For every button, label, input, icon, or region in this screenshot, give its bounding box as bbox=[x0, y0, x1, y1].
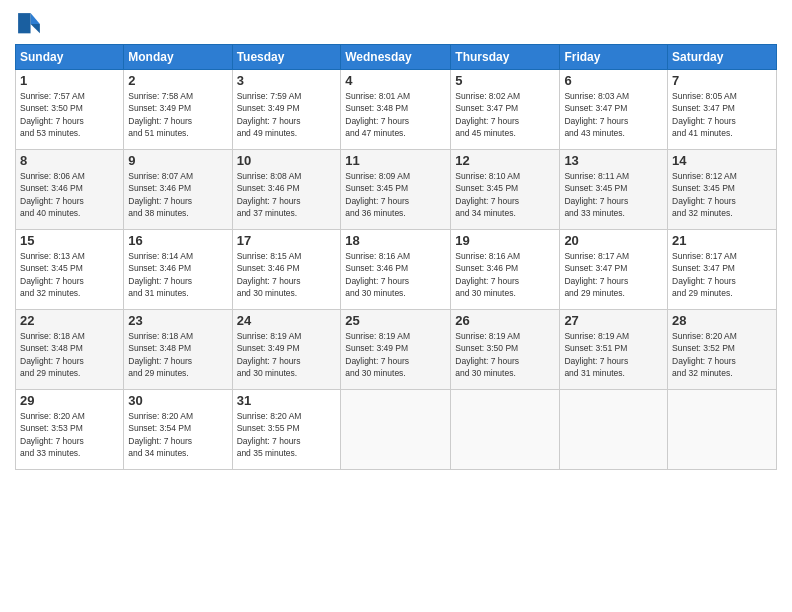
day-number: 20 bbox=[564, 233, 663, 248]
svg-marker-1 bbox=[31, 24, 40, 33]
day-info: Sunrise: 8:18 AM Sunset: 3:48 PM Dayligh… bbox=[20, 330, 119, 379]
calendar-cell: 10Sunrise: 8:08 AM Sunset: 3:46 PM Dayli… bbox=[232, 150, 341, 230]
calendar-cell: 5Sunrise: 8:02 AM Sunset: 3:47 PM Daylig… bbox=[451, 70, 560, 150]
col-wednesday: Wednesday bbox=[341, 45, 451, 70]
calendar-cell: 12Sunrise: 8:10 AM Sunset: 3:45 PM Dayli… bbox=[451, 150, 560, 230]
calendar-cell: 23Sunrise: 8:18 AM Sunset: 3:48 PM Dayli… bbox=[124, 310, 232, 390]
day-number: 27 bbox=[564, 313, 663, 328]
day-info: Sunrise: 8:17 AM Sunset: 3:47 PM Dayligh… bbox=[564, 250, 663, 299]
day-info: Sunrise: 8:03 AM Sunset: 3:47 PM Dayligh… bbox=[564, 90, 663, 139]
col-monday: Monday bbox=[124, 45, 232, 70]
calendar-cell: 3Sunrise: 7:59 AM Sunset: 3:49 PM Daylig… bbox=[232, 70, 341, 150]
day-number: 7 bbox=[672, 73, 772, 88]
col-saturday: Saturday bbox=[668, 45, 777, 70]
calendar-header-row: Sunday Monday Tuesday Wednesday Thursday… bbox=[16, 45, 777, 70]
calendar-cell: 1Sunrise: 7:57 AM Sunset: 3:50 PM Daylig… bbox=[16, 70, 124, 150]
calendar-cell: 2Sunrise: 7:58 AM Sunset: 3:49 PM Daylig… bbox=[124, 70, 232, 150]
calendar-table: Sunday Monday Tuesday Wednesday Thursday… bbox=[15, 44, 777, 470]
calendar-cell: 25Sunrise: 8:19 AM Sunset: 3:49 PM Dayli… bbox=[341, 310, 451, 390]
col-thursday: Thursday bbox=[451, 45, 560, 70]
day-info: Sunrise: 8:15 AM Sunset: 3:46 PM Dayligh… bbox=[237, 250, 337, 299]
calendar-cell: 6Sunrise: 8:03 AM Sunset: 3:47 PM Daylig… bbox=[560, 70, 668, 150]
calendar-cell: 29Sunrise: 8:20 AM Sunset: 3:53 PM Dayli… bbox=[16, 390, 124, 470]
svg-rect-2 bbox=[18, 13, 30, 33]
day-number: 23 bbox=[128, 313, 227, 328]
day-info: Sunrise: 8:18 AM Sunset: 3:48 PM Dayligh… bbox=[128, 330, 227, 379]
calendar-cell: 17Sunrise: 8:15 AM Sunset: 3:46 PM Dayli… bbox=[232, 230, 341, 310]
calendar-cell: 18Sunrise: 8:16 AM Sunset: 3:46 PM Dayli… bbox=[341, 230, 451, 310]
day-number: 15 bbox=[20, 233, 119, 248]
day-number: 9 bbox=[128, 153, 227, 168]
day-number: 1 bbox=[20, 73, 119, 88]
header bbox=[15, 10, 777, 38]
logo bbox=[15, 10, 47, 38]
day-number: 26 bbox=[455, 313, 555, 328]
col-friday: Friday bbox=[560, 45, 668, 70]
calendar-cell: 11Sunrise: 8:09 AM Sunset: 3:45 PM Dayli… bbox=[341, 150, 451, 230]
day-info: Sunrise: 7:59 AM Sunset: 3:49 PM Dayligh… bbox=[237, 90, 337, 139]
day-number: 25 bbox=[345, 313, 446, 328]
day-info: Sunrise: 8:17 AM Sunset: 3:47 PM Dayligh… bbox=[672, 250, 772, 299]
day-info: Sunrise: 8:16 AM Sunset: 3:46 PM Dayligh… bbox=[455, 250, 555, 299]
day-info: Sunrise: 8:05 AM Sunset: 3:47 PM Dayligh… bbox=[672, 90, 772, 139]
day-info: Sunrise: 8:20 AM Sunset: 3:55 PM Dayligh… bbox=[237, 410, 337, 459]
calendar-week-row: 29Sunrise: 8:20 AM Sunset: 3:53 PM Dayli… bbox=[16, 390, 777, 470]
day-number: 12 bbox=[455, 153, 555, 168]
day-info: Sunrise: 8:20 AM Sunset: 3:54 PM Dayligh… bbox=[128, 410, 227, 459]
calendar-cell: 20Sunrise: 8:17 AM Sunset: 3:47 PM Dayli… bbox=[560, 230, 668, 310]
day-number: 21 bbox=[672, 233, 772, 248]
calendar-cell: 21Sunrise: 8:17 AM Sunset: 3:47 PM Dayli… bbox=[668, 230, 777, 310]
day-info: Sunrise: 8:19 AM Sunset: 3:49 PM Dayligh… bbox=[237, 330, 337, 379]
day-info: Sunrise: 8:13 AM Sunset: 3:45 PM Dayligh… bbox=[20, 250, 119, 299]
day-info: Sunrise: 8:10 AM Sunset: 3:45 PM Dayligh… bbox=[455, 170, 555, 219]
svg-marker-0 bbox=[31, 13, 40, 24]
day-info: Sunrise: 7:57 AM Sunset: 3:50 PM Dayligh… bbox=[20, 90, 119, 139]
day-info: Sunrise: 8:19 AM Sunset: 3:49 PM Dayligh… bbox=[345, 330, 446, 379]
calendar-cell bbox=[668, 390, 777, 470]
calendar-cell: 14Sunrise: 8:12 AM Sunset: 3:45 PM Dayli… bbox=[668, 150, 777, 230]
calendar-cell: 24Sunrise: 8:19 AM Sunset: 3:49 PM Dayli… bbox=[232, 310, 341, 390]
logo-icon bbox=[15, 10, 43, 38]
day-number: 22 bbox=[20, 313, 119, 328]
day-number: 8 bbox=[20, 153, 119, 168]
day-number: 19 bbox=[455, 233, 555, 248]
calendar-cell: 16Sunrise: 8:14 AM Sunset: 3:46 PM Dayli… bbox=[124, 230, 232, 310]
day-info: Sunrise: 8:01 AM Sunset: 3:48 PM Dayligh… bbox=[345, 90, 446, 139]
col-sunday: Sunday bbox=[16, 45, 124, 70]
day-number: 6 bbox=[564, 73, 663, 88]
day-info: Sunrise: 8:06 AM Sunset: 3:46 PM Dayligh… bbox=[20, 170, 119, 219]
calendar-cell bbox=[341, 390, 451, 470]
calendar-cell: 15Sunrise: 8:13 AM Sunset: 3:45 PM Dayli… bbox=[16, 230, 124, 310]
calendar-week-row: 8Sunrise: 8:06 AM Sunset: 3:46 PM Daylig… bbox=[16, 150, 777, 230]
day-number: 3 bbox=[237, 73, 337, 88]
day-number: 2 bbox=[128, 73, 227, 88]
calendar-cell: 26Sunrise: 8:19 AM Sunset: 3:50 PM Dayli… bbox=[451, 310, 560, 390]
calendar-cell: 9Sunrise: 8:07 AM Sunset: 3:46 PM Daylig… bbox=[124, 150, 232, 230]
calendar-cell: 19Sunrise: 8:16 AM Sunset: 3:46 PM Dayli… bbox=[451, 230, 560, 310]
day-info: Sunrise: 7:58 AM Sunset: 3:49 PM Dayligh… bbox=[128, 90, 227, 139]
day-number: 18 bbox=[345, 233, 446, 248]
calendar-cell: 30Sunrise: 8:20 AM Sunset: 3:54 PM Dayli… bbox=[124, 390, 232, 470]
day-number: 31 bbox=[237, 393, 337, 408]
day-info: Sunrise: 8:14 AM Sunset: 3:46 PM Dayligh… bbox=[128, 250, 227, 299]
day-number: 28 bbox=[672, 313, 772, 328]
day-number: 30 bbox=[128, 393, 227, 408]
calendar-cell: 31Sunrise: 8:20 AM Sunset: 3:55 PM Dayli… bbox=[232, 390, 341, 470]
page: Sunday Monday Tuesday Wednesday Thursday… bbox=[0, 0, 792, 612]
day-info: Sunrise: 8:11 AM Sunset: 3:45 PM Dayligh… bbox=[564, 170, 663, 219]
day-info: Sunrise: 8:02 AM Sunset: 3:47 PM Dayligh… bbox=[455, 90, 555, 139]
day-number: 17 bbox=[237, 233, 337, 248]
calendar-cell: 27Sunrise: 8:19 AM Sunset: 3:51 PM Dayli… bbox=[560, 310, 668, 390]
day-info: Sunrise: 8:19 AM Sunset: 3:51 PM Dayligh… bbox=[564, 330, 663, 379]
day-number: 24 bbox=[237, 313, 337, 328]
calendar-cell: 13Sunrise: 8:11 AM Sunset: 3:45 PM Dayli… bbox=[560, 150, 668, 230]
day-number: 29 bbox=[20, 393, 119, 408]
day-number: 16 bbox=[128, 233, 227, 248]
calendar-cell: 7Sunrise: 8:05 AM Sunset: 3:47 PM Daylig… bbox=[668, 70, 777, 150]
day-info: Sunrise: 8:09 AM Sunset: 3:45 PM Dayligh… bbox=[345, 170, 446, 219]
day-number: 13 bbox=[564, 153, 663, 168]
day-info: Sunrise: 8:20 AM Sunset: 3:53 PM Dayligh… bbox=[20, 410, 119, 459]
calendar-week-row: 22Sunrise: 8:18 AM Sunset: 3:48 PM Dayli… bbox=[16, 310, 777, 390]
calendar-week-row: 1Sunrise: 7:57 AM Sunset: 3:50 PM Daylig… bbox=[16, 70, 777, 150]
calendar-cell: 22Sunrise: 8:18 AM Sunset: 3:48 PM Dayli… bbox=[16, 310, 124, 390]
